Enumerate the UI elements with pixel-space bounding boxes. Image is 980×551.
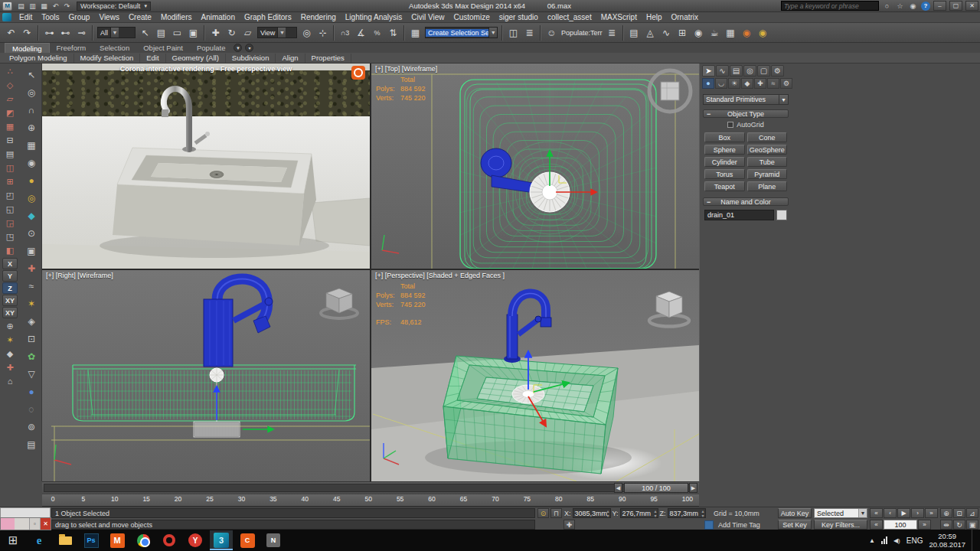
bridge-icon[interactable]: ◰ <box>2 188 18 202</box>
material-editor-icon[interactable]: ◉ <box>691 24 707 41</box>
weld-icon[interactable]: ◱ <box>2 202 18 216</box>
taskbar-mail[interactable]: M <box>106 530 129 550</box>
absolute-offset-toggle-icon[interactable]: ✚ <box>564 520 575 530</box>
menu-item-tools[interactable]: Tools <box>37 12 64 23</box>
diamond-tool-icon[interactable]: ◆ <box>2 347 18 360</box>
element-mode-icon[interactable]: ▦ <box>2 119 18 133</box>
edit-named-selection-sets-icon[interactable]: ▦ <box>407 24 423 41</box>
hidden-icons-chevron-icon[interactable]: ▲ <box>869 537 875 544</box>
taskbar-internet-explorer[interactable]: e <box>28 530 51 550</box>
cylinder-button[interactable]: Cylinder <box>704 157 745 167</box>
grid-tool-icon[interactable]: ⊕ <box>2 319 18 333</box>
box-button[interactable]: Box <box>704 132 745 142</box>
menu-item-siger-studio[interactable]: siger studio <box>495 12 543 23</box>
geometry-category-dropdown[interactable]: Standard Primitives ▼ <box>703 94 789 105</box>
panel-geometry-all[interactable]: Geometry (All) <box>166 54 226 63</box>
viewport-label[interactable]: [+] [Right] [Wireframe] <box>46 272 113 279</box>
start-button[interactable]: ⊞ <box>0 530 26 551</box>
tab-motion-icon[interactable]: ◎ <box>743 65 756 77</box>
tab-utilities-icon[interactable]: ⚙ <box>771 65 784 77</box>
sphere-primitive-icon[interactable]: ● <box>23 171 40 189</box>
viewport-corona-render[interactable]: Corona interactive rendering - Free pers… <box>42 64 370 269</box>
foliage-tool-icon[interactable]: ✿ <box>23 347 40 365</box>
menu-item-group[interactable]: Group <box>64 12 95 23</box>
reference-coordinate-system-dropdown[interactable]: View ▼ <box>257 27 297 38</box>
taskbar-clock[interactable]: 20:59 20.08.2017 <box>929 532 965 549</box>
track-bar[interactable]: 0 5 10 15 20 25 30 35 40 45 50 55 60 65 … <box>42 494 699 507</box>
communication-center-icon[interactable]: ◉ <box>908 1 918 11</box>
axis-constraint-x-button[interactable]: X <box>2 258 18 269</box>
named-selection-sets-dropdown[interactable]: Create Selection Se ▼ <box>425 27 498 38</box>
time-slider-handle[interactable]: 100 / 100 <box>624 483 688 493</box>
restore-icon[interactable]: ▫ <box>29 518 40 530</box>
unlink-selection-icon[interactable]: ⊷ <box>57 24 74 41</box>
tab-object-paint[interactable]: Object Paint <box>136 43 190 53</box>
populate-flow-icon[interactable]: ≣ <box>604 24 620 41</box>
border-mode-icon[interactable]: ▱ <box>2 92 18 106</box>
taskbar-notes[interactable]: N <box>262 530 285 550</box>
listener-pink-pane[interactable] <box>1 518 15 530</box>
play-icon[interactable]: ▶ <box>897 508 910 518</box>
render-setup-icon[interactable]: ☕ <box>707 24 723 41</box>
previous-frame-icon[interactable]: ‹ <box>884 508 897 518</box>
panel-subdivision[interactable]: Subdivision <box>226 54 276 63</box>
add-time-tag-label[interactable]: Add Time Tag <box>718 521 760 529</box>
viewport-top[interactable]: [+] [Top] [Wireframe] Total Polys:884 59… <box>371 64 699 269</box>
material-ball-icon[interactable]: ◉ <box>23 154 40 171</box>
cross-tool-icon[interactable]: ✚ <box>2 360 18 374</box>
menu-item-animation[interactable]: Animation <box>196 12 239 23</box>
open-file-icon[interactable]: ▥ <box>28 2 38 11</box>
window-crossing-icon[interactable]: ▣ <box>185 24 201 41</box>
favorites-star-icon[interactable]: ☆ <box>895 1 905 11</box>
viewport-right[interactable]: [+] [Right] [Wireframe] <box>42 270 370 481</box>
select-and-manipulate-icon[interactable]: ⊹ <box>315 24 331 41</box>
menu-item-graph-editors[interactable]: Graph Editors <box>240 12 296 23</box>
volume-icon[interactable]: ◀) <box>893 537 900 544</box>
menu-item-lighting-analysis[interactable]: Lighting Analysis <box>341 12 407 23</box>
angle-snap-icon[interactable]: ∡ <box>353 24 369 41</box>
auto-key-button[interactable]: Auto Key <box>778 508 812 518</box>
undo-icon[interactable]: ↶ <box>51 2 60 11</box>
menu-item-civil-view[interactable]: Civil View <box>407 12 449 23</box>
infocenter-search-input[interactable] <box>781 1 879 11</box>
star-tool-icon[interactable]: ✶ <box>23 295 40 312</box>
minimize-button[interactable]: – <box>933 1 946 11</box>
extents-tool-icon[interactable]: ⊡ <box>23 330 40 347</box>
pan-icon[interactable]: ⇹ <box>940 520 952 530</box>
tab-display-icon[interactable]: ▢ <box>757 65 770 77</box>
time-tag-icon[interactable] <box>704 520 714 530</box>
select-and-link-icon[interactable]: ⊶ <box>41 24 57 41</box>
select-and-move-icon[interactable]: ✚ <box>207 24 224 41</box>
menu-item-views[interactable]: Views <box>94 12 124 23</box>
network-icon[interactable] <box>881 536 887 544</box>
spinner-snap-icon[interactable]: ⇅ <box>385 24 401 41</box>
spinner-icon[interactable]: ▴▾ <box>655 509 657 518</box>
key-filters-button[interactable]: Key Filters... <box>814 520 867 530</box>
extrude-icon[interactable]: ◫ <box>2 161 18 174</box>
viewport-label[interactable]: [+] [Top] [Wireframe] <box>375 65 437 73</box>
ribbon-config-icon[interactable]: ▾ <box>245 44 253 52</box>
taskbar-yandex[interactable]: Y <box>184 530 207 550</box>
axis-constraint-xy-button[interactable]: XY <box>2 295 18 306</box>
blue-sphere-icon[interactable]: ● <box>23 383 40 400</box>
torus-button[interactable]: Torus <box>704 169 745 179</box>
loop-select-icon[interactable]: ▤ <box>2 147 18 161</box>
pyramid-button[interactable]: Pyramid <box>747 169 788 179</box>
panel-properties[interactable]: Properties <box>305 54 351 63</box>
taskbar-opera[interactable] <box>158 530 181 550</box>
render-iterative-icon[interactable]: ◉ <box>755 24 771 41</box>
percent-snap-icon[interactable]: % <box>369 24 385 41</box>
search-icon[interactable]: ○ <box>882 1 892 11</box>
tube-button[interactable]: Tube <box>747 157 788 167</box>
tab-modify-icon[interactable]: ∿ <box>716 65 729 77</box>
select-and-rotate-icon[interactable]: ↻ <box>224 24 240 41</box>
taskbar-chrome[interactable] <box>132 530 155 550</box>
tab-freeform[interactable]: Freeform <box>50 43 93 53</box>
bind-to-space-warp-icon[interactable]: ⊸ <box>74 24 90 41</box>
taskbar-photoshop[interactable]: Ps <box>80 530 103 550</box>
go-to-end-icon[interactable]: » <box>925 508 938 518</box>
object-color-swatch[interactable] <box>776 210 787 220</box>
populate-people-icon[interactable]: ☺ <box>544 24 560 41</box>
orbit-icon[interactable]: ↻ <box>953 520 965 530</box>
language-indicator[interactable]: ENG <box>906 536 923 545</box>
